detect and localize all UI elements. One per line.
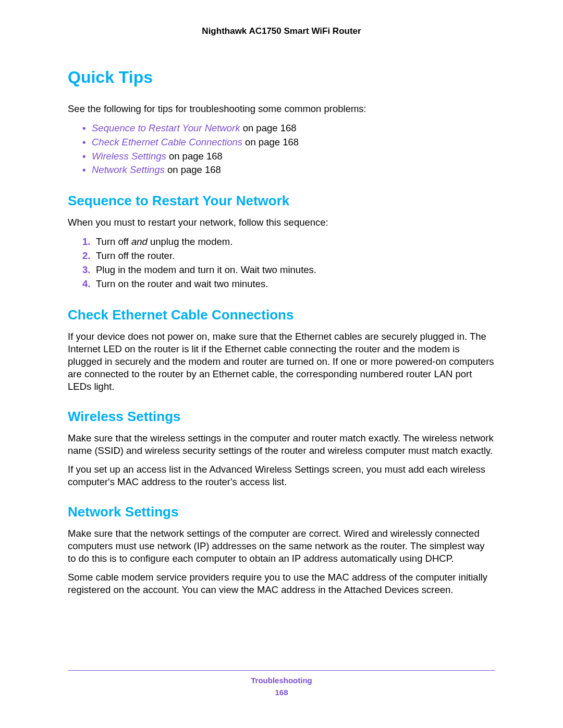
link-network-settings[interactable]: Network Settings xyxy=(92,164,165,175)
link-check-ethernet[interactable]: Check Ethernet Cable Connections xyxy=(92,137,242,147)
link-wireless-settings[interactable]: Wireless Settings xyxy=(92,151,166,162)
wireless-paragraph-2: If you set up an access list in the Adva… xyxy=(68,463,495,488)
list-item: Turn off the router. xyxy=(82,249,495,263)
document-page: Nighthawk AC1750 Smart WiFi Router Quick… xyxy=(0,0,563,728)
list-item: Check Ethernet Cable Connections on page… xyxy=(82,135,495,150)
ethernet-paragraph: If your device does not power on, make s… xyxy=(68,330,495,393)
list-item: Network Settings on page 168 xyxy=(82,163,495,177)
network-paragraph-2: Some cable modem service providers requi… xyxy=(68,571,495,596)
footer-section-label: Troubleshooting xyxy=(68,676,495,685)
wireless-paragraph-1: Make sure that the wireless settings in … xyxy=(68,432,495,457)
link-suffix: on page 168 xyxy=(240,122,297,133)
link-suffix: on page 168 xyxy=(165,164,221,175)
list-item: Sequence to Restart Your Network on page… xyxy=(82,121,495,135)
heading-sequence-restart: Sequence to Restart Your Network xyxy=(68,193,495,209)
sequence-intro: When you must to restart your network, f… xyxy=(68,216,495,229)
heading-quick-tips: Quick Tips xyxy=(68,68,495,87)
link-suffix: on page 168 xyxy=(242,137,299,147)
link-suffix: on page 168 xyxy=(166,151,223,162)
heading-network-settings: Network Settings xyxy=(68,504,495,520)
page-footer: Troubleshooting 168 xyxy=(68,670,495,697)
list-item: Wireless Settings on page 168 xyxy=(82,150,495,164)
step-em: and xyxy=(131,236,148,247)
footer-page-number: 168 xyxy=(68,688,495,697)
step-text: unplug the modem. xyxy=(148,236,233,247)
intro-paragraph: See the following for tips for troublesh… xyxy=(68,103,495,115)
list-item: Turn off and unplug the modem. xyxy=(82,235,495,249)
heading-check-ethernet: Check Ethernet Cable Connections xyxy=(68,307,495,323)
header-product-title: Nighthawk AC1750 Smart WiFi Router xyxy=(68,26,495,36)
heading-wireless-settings: Wireless Settings xyxy=(68,409,495,425)
list-item: Plug in the modem and turn it on. Wait t… xyxy=(82,263,495,277)
toc-link-list: Sequence to Restart Your Network on page… xyxy=(68,121,495,177)
link-sequence-restart[interactable]: Sequence to Restart Your Network xyxy=(92,122,240,133)
network-paragraph-1: Make sure that the network settings of t… xyxy=(68,527,495,565)
step-text: Turn off xyxy=(96,236,131,247)
list-item: Turn on the router and wait two minutes. xyxy=(82,277,495,291)
sequence-steps-list: Turn off and unplug the modem. Turn off … xyxy=(68,235,495,291)
